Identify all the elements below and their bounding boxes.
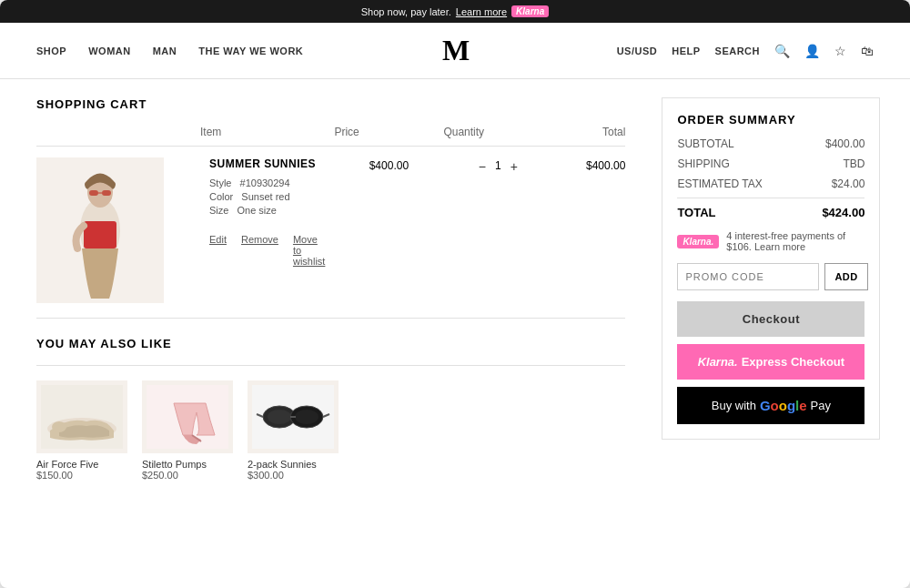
header-item-label: Item [200,126,334,138]
nav-shop[interactable]: SHOP [36,46,66,56]
left-section: SHOPPING CART Item Price Quantity Total [36,97,625,570]
recommendations-title: YOU MAY ALSO LIKE [36,337,625,350]
subtotal-label: SUBTOTAL [677,137,733,150]
recommended-product-2[interactable]: 2-pack Sunnies $300.00 [248,380,339,481]
product-details: SUMMER SUNNIES Style #10930294 Color Sun… [200,157,334,267]
quantity-decrease-button[interactable]: − [479,159,486,174]
tax-row: ESTIMATED TAX $24.00 [677,177,864,190]
color-value: Sunset red [241,191,289,202]
recommendations-grid: Air Force Five $150.00 Stilet [36,380,625,481]
product-image [36,157,164,303]
remove-link[interactable]: Remove [241,234,278,267]
tax-label: ESTIMATED TAX [677,177,762,190]
cart-item: SUMMER SUNNIES Style #10930294 Color Sun… [36,157,625,303]
header-item [36,126,200,138]
svg-rect-4 [102,190,111,196]
promo-code-input[interactable] [677,263,819,290]
klarna-badge: Klarna [511,5,549,17]
item-total: $400.00 [552,157,625,172]
klarna-express-checkout-button[interactable]: Klarna. Express Checkout [677,344,864,380]
header-quantity: Quantity [443,126,552,138]
klarna-btn-logo: Klarna. [698,355,738,369]
recommended-product-0[interactable]: Air Force Five $150.00 [36,380,127,481]
top-banner: Shop now, pay later. Learn more Klarna [0,0,910,23]
gpay-g-logo: Google [760,398,807,413]
browser-frame: Shop now, pay later. Learn more Klarna S… [0,0,910,588]
banner-text: Shop now, pay later. [361,6,451,17]
style-value: #10930294 [240,177,290,188]
cart-title: SHOPPING CART [36,97,625,111]
recommended-product-price-1: $250.00 [142,470,233,481]
wishlist-icon[interactable]: ☆ [834,44,846,58]
recommended-product-1[interactable]: Stiletto Pumps $250.00 [142,380,233,481]
recommended-product-name-1: Stiletto Pumps [142,459,233,470]
search-icon[interactable]: 🔍 [774,44,790,58]
klarna-learn-more[interactable]: Learn more [754,241,805,252]
right-section: ORDER SUMMARY SUBTOTAL $400.00 SHIPPING … [662,97,880,570]
recommended-product-image-2 [248,380,339,453]
cart-divider [36,318,625,319]
recommendations-divider [36,365,625,366]
recommended-product-name-2: 2-pack Sunnies [248,459,339,470]
recommended-product-image-1 [142,380,233,453]
tax-value: $24.00 [832,177,865,190]
svg-rect-3 [89,190,98,196]
total-value: $424.00 [822,206,864,219]
recommended-product-price-0: $150.00 [36,470,127,481]
product-color: Color Sunset red [209,191,325,202]
account-icon[interactable]: 👤 [804,44,820,58]
nav-region[interactable]: US/USD [617,46,658,56]
nav-man[interactable]: MAN [153,46,177,56]
order-summary-title: ORDER SUMMARY [677,113,864,127]
subtotal-value: $400.00 [825,137,864,150]
recommended-product-price-2: $300.00 [248,470,339,481]
nav-left: SHOP WOMAN MAN THE WAY WE WORK [36,46,316,56]
nav-center: M [316,34,595,67]
banner-learn-more-link[interactable]: Learn more [456,6,507,17]
nav-the-way-we-work[interactable]: THE WAY WE WORK [198,46,303,56]
quantity-increase-button[interactable]: + [511,159,518,174]
gpay-prefix: Buy with [712,399,756,412]
edit-link[interactable]: Edit [209,234,227,267]
svg-point-9 [52,421,66,432]
svg-point-15 [268,410,291,424]
checkout-button[interactable]: Checkout [677,301,864,337]
main-content: SHOPPING CART Item Price Quantity Total [0,79,910,588]
product-name: SUMMER SUNNIES [209,157,325,170]
klarna-info: Klarna. 4 interest-free payments of $106… [677,230,864,252]
product-style: Style #10930294 [209,177,325,188]
order-summary-box: ORDER SUMMARY SUBTOTAL $400.00 SHIPPING … [662,97,880,440]
subtotal-row: SUBTOTAL $400.00 [677,137,864,150]
size-value: One size [237,205,276,216]
klarna-info-text: 4 interest-free payments of $106. Learn … [726,230,864,252]
google-pay-button[interactable]: Buy with Google Pay [677,387,864,424]
product-actions: Edit Remove Move to wishlist [209,234,325,267]
size-label: Size [209,205,228,216]
header-price: Price [334,126,443,138]
shipping-row: SHIPPING TBD [677,157,864,170]
quantity-value: 1 [495,159,501,172]
site-logo[interactable]: M [442,34,468,67]
cart-icon[interactable]: 🛍 [861,44,874,58]
klarna-btn-text: Express Checkout [742,355,844,369]
quantity-control: − 1 + [443,157,552,174]
shipping-label: SHIPPING [677,157,729,170]
total-row: TOTAL $424.00 [677,198,864,219]
shipping-value: TBD [843,157,864,170]
product-size: Size One size [209,205,325,216]
nav-woman[interactable]: WOMAN [88,46,131,56]
gpay-suffix: Pay [811,399,831,412]
color-label: Color [209,191,233,202]
wishlist-link[interactable]: Move to wishlist [293,234,325,267]
navigation: SHOP WOMAN MAN THE WAY WE WORK M US/USD … [0,23,910,79]
total-label: TOTAL [677,206,715,219]
promo-row: ADD [677,263,864,290]
klarna-info-logo: Klarna. [677,235,719,248]
nav-help[interactable]: HELP [672,46,700,56]
promo-add-button[interactable]: ADD [824,263,867,290]
recommended-product-name-0: Air Force Five [36,459,127,470]
svg-rect-6 [84,221,116,248]
cart-headers: Item Price Quantity Total [36,126,625,147]
nav-search-text[interactable]: SEARCH [715,46,760,56]
nav-right: US/USD HELP SEARCH 🔍 👤 ☆ 🛍 [594,44,874,58]
